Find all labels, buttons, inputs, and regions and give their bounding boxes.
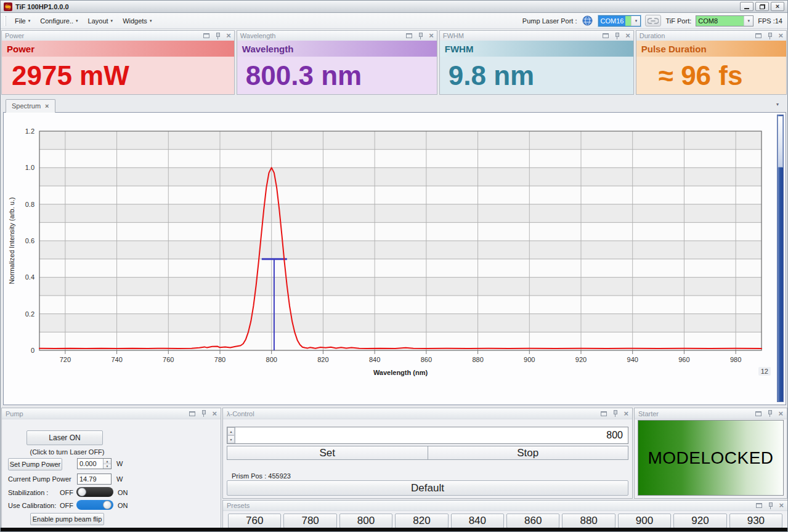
minimize-button[interactable] [740, 2, 753, 11]
lambda-maximize-icon[interactable] [601, 411, 607, 416]
wavelength-titlebar-icons: × [406, 33, 434, 39]
pump-port-label: Pump Laser Port : [522, 17, 577, 25]
duration-close-icon[interactable]: × [778, 33, 783, 39]
starter-pin-icon[interactable] [767, 410, 773, 417]
tab-strip: Spectrum × ▾ [3, 97, 786, 112]
presets-maximize-icon[interactable] [756, 503, 762, 508]
preset-800-button[interactable]: 800 [339, 514, 392, 528]
power-panel: Power×Power2975 mW [1, 30, 235, 95]
preset-900-button[interactable]: 900 [618, 514, 671, 528]
spin-up-icon[interactable]: ▲ [227, 427, 235, 435]
lambda-body: ▲▼ 800 Set Stop Prism Pos : 455923 Defau… [223, 419, 632, 498]
preset-840-button[interactable]: 840 [451, 514, 504, 528]
laser-on-button[interactable]: Laser ON [26, 430, 103, 445]
caret-down-icon: ▾ [28, 18, 31, 23]
toolbar-grip[interactable] [4, 16, 6, 26]
spectrum-plot: 7207407607808008208408608809009209409609… [5, 114, 775, 405]
lambda-close-icon[interactable]: × [623, 411, 628, 417]
connect-button[interactable] [645, 15, 661, 26]
pump-port-select[interactable]: COM16 ▾ [598, 15, 641, 26]
svg-text:Normalized Intensity (arb. u.): Normalized Intensity (arb. u.) [8, 197, 15, 284]
tab-list-dropdown-icon[interactable]: ▾ [776, 102, 779, 107]
caret-down-icon: ▾ [111, 18, 113, 23]
starter-maximize-icon[interactable] [755, 411, 762, 416]
svg-text:900: 900 [524, 356, 535, 363]
fwhm-pin-icon[interactable] [614, 33, 620, 39]
scrollbar-thumb[interactable] [778, 116, 783, 167]
spin-down-icon[interactable]: ▼ [227, 435, 235, 443]
restore-button[interactable] [755, 2, 769, 11]
toolbar-right: Pump Laser Port : COM16 ▾ TiF Port: COM8… [522, 15, 782, 26]
menu-layout[interactable]: Layout▾ [83, 15, 118, 27]
tif-port-dropdown-icon[interactable]: ▾ [744, 16, 753, 26]
wavelength-titlebar: Wavelength× [237, 31, 437, 41]
pump-power-spin-buttons: ▲▼ [103, 459, 111, 469]
fwhm-close-icon[interactable]: × [625, 33, 630, 39]
stabilization-toggle[interactable] [76, 487, 113, 497]
starter-close-icon[interactable]: × [778, 411, 783, 417]
caret-down-icon: ▾ [150, 18, 152, 23]
lambda-titlebar-icons: × [601, 410, 628, 417]
beam-flip-button[interactable]: Enable pump beam flip [30, 513, 104, 525]
preset-930-button[interactable]: 930 [729, 514, 782, 528]
refresh-ports-button[interactable] [582, 15, 594, 26]
preset-780-button[interactable]: 780 [283, 514, 336, 528]
duration-panel-title: Duration [640, 31, 756, 41]
spin-up-icon[interactable]: ▲ [104, 459, 111, 464]
preset-880-button[interactable]: 880 [562, 514, 615, 528]
preset-820-button[interactable]: 820 [395, 514, 448, 528]
svg-text:1.2: 1.2 [25, 127, 35, 135]
set-button[interactable]: Set [227, 446, 428, 459]
wavelength-maximize-icon[interactable] [406, 33, 412, 38]
lambda-pin-icon[interactable] [612, 410, 618, 417]
power-pin-icon[interactable] [215, 33, 221, 39]
power-close-icon[interactable]: × [226, 33, 231, 39]
pump-power-input[interactable]: 0.000 [78, 459, 103, 469]
wavelength-spin-buttons: ▲▼ [227, 427, 235, 443]
spectrum-dock: Spectrum × ▾ 720740760780800820840860880… [3, 97, 786, 405]
power-value: 2975 mW [2, 57, 234, 94]
preset-760-button[interactable]: 760 [228, 514, 281, 528]
presets-title: Presets [227, 502, 756, 509]
default-button[interactable]: Default [227, 480, 628, 496]
vertical-scrollbar[interactable] [777, 115, 784, 402]
wavelength-close-icon[interactable]: × [429, 33, 434, 39]
wavelength-panel-title: Wavelength [240, 31, 406, 41]
tif-port-select[interactable]: COM8 ▾ [696, 15, 753, 26]
menu-items: File▾Configure..▾Layout▾Widgets▾ [10, 15, 156, 27]
wavelength-pin-icon[interactable] [418, 33, 423, 39]
menu-bar: File▾Configure..▾Layout▾Widgets▾ Pump La… [1, 13, 787, 29]
fwhm-header: FWHM [440, 41, 633, 57]
preset-860-button[interactable]: 860 [506, 514, 559, 528]
fwhm-maximize-icon[interactable] [603, 33, 609, 38]
title-bar: TiF 100HP1.0.0.0 × [1, 1, 787, 13]
stop-button[interactable]: Stop [428, 446, 628, 459]
presets-pin-icon[interactable] [768, 502, 773, 509]
svg-text:980: 980 [730, 356, 741, 363]
menu-widgets[interactable]: Widgets▾ [118, 15, 156, 27]
menu-file[interactable]: File▾ [10, 15, 35, 27]
power-maximize-icon[interactable] [203, 33, 209, 38]
current-pump-power-field: 14.79 [77, 474, 112, 485]
duration-pin-icon[interactable] [767, 33, 773, 39]
tab-spectrum[interactable]: Spectrum × [6, 99, 55, 113]
presets-close-icon[interactable]: × [779, 502, 784, 509]
spin-down-icon[interactable]: ▼ [104, 464, 111, 469]
bottom-area: Pump × Laser ON (Click to turn Laser OFF… [1, 407, 787, 532]
pump-close-icon[interactable]: × [212, 411, 217, 417]
pump-port-dropdown-icon[interactable]: ▾ [631, 16, 640, 26]
preset-920-button[interactable]: 920 [673, 514, 726, 528]
pump-maximize-icon[interactable] [189, 411, 195, 416]
duration-maximize-icon[interactable] [755, 33, 762, 38]
pump-pin-icon[interactable] [201, 410, 206, 417]
set-pump-power-button[interactable]: Set Pump Power [8, 458, 62, 470]
wavelength-target-input[interactable]: 800 [235, 427, 628, 443]
close-icon: × [776, 3, 779, 10]
tab-close-icon[interactable]: × [45, 103, 49, 109]
calibration-toggle[interactable] [76, 500, 113, 510]
close-window-button[interactable]: × [771, 2, 784, 11]
presets-panel: Presets × 760780800820840860880900920930 [222, 500, 788, 529]
fwhm-panel: FWHM×FWHM9.8 nm [439, 30, 634, 95]
svg-text:0: 0 [31, 347, 35, 354]
menu-configure[interactable]: Configure..▾ [35, 15, 83, 27]
